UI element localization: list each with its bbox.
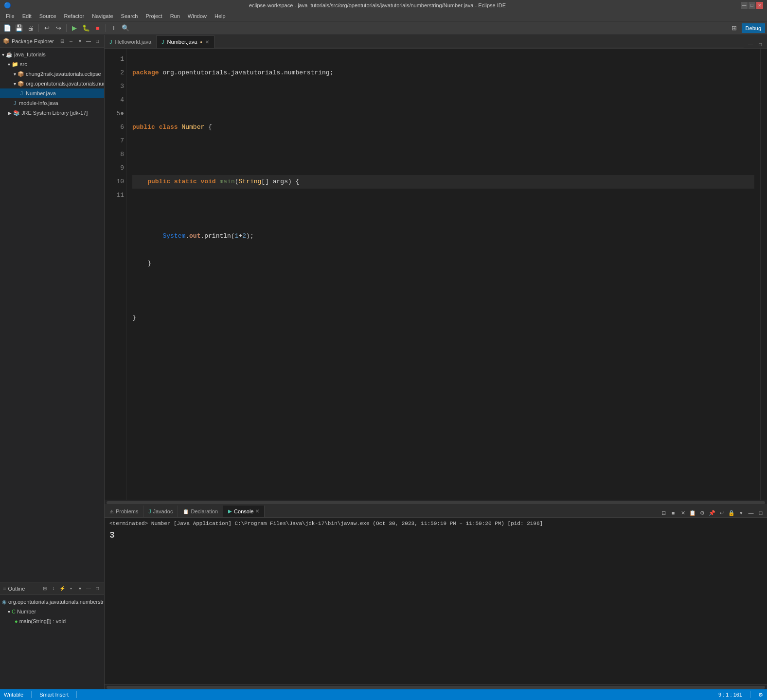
- line-num-7: 7: [108, 134, 124, 148]
- tree-item-pkg1[interactable]: ▾ 📦 chung2nsik.javatutorials.eclipse: [0, 69, 104, 79]
- declaration-icon: 📋: [183, 509, 189, 514]
- search-btn[interactable]: 🔍: [120, 23, 131, 34]
- stop-console-btn[interactable]: ■: [669, 508, 678, 517]
- collapse-all-icon[interactable]: ⊟: [58, 37, 66, 45]
- menu-help[interactable]: Help: [211, 12, 230, 20]
- pkg-outline-icon: ◉: [2, 599, 7, 605]
- tree-item-src[interactable]: ▾ 📁 src: [0, 59, 104, 69]
- expand-icon: ▶: [8, 110, 12, 116]
- menu-search[interactable]: Search: [117, 12, 142, 20]
- outline-item-package[interactable]: ◉ org.opentutorials.javatutorials.number…: [0, 597, 104, 607]
- outline-item-label: main(String[]) : void: [19, 618, 66, 624]
- undo-button[interactable]: ↩: [41, 23, 52, 34]
- tree-item-label: module-info.java: [19, 100, 58, 106]
- maximize-button[interactable]: □: [749, 2, 755, 9]
- outline-item-class[interactable]: ▾ C Number: [0, 607, 104, 616]
- console-minimize-btn[interactable]: —: [747, 508, 755, 517]
- code-line-8: }: [132, 257, 754, 270]
- tab-javadoc[interactable]: J Javadoc: [143, 506, 178, 517]
- menu-file[interactable]: File: [2, 12, 18, 20]
- scroll-track: [107, 501, 765, 504]
- minimize-button[interactable]: —: [741, 2, 748, 9]
- save-button[interactable]: 💾: [14, 23, 24, 34]
- console-menu-btn[interactable]: ▾: [737, 508, 746, 517]
- line-num-3: 3: [108, 80, 124, 93]
- outline-item-label: Number: [17, 609, 36, 614]
- scroll-lock-btn[interactable]: 🔒: [727, 508, 736, 517]
- console-pin-btn[interactable]: 📌: [708, 508, 716, 517]
- link-with-editor-icon[interactable]: ↔: [67, 37, 75, 45]
- outline-menu-btn[interactable]: ▾: [76, 585, 84, 593]
- outline-minimize-btn[interactable]: —: [85, 585, 92, 593]
- expand-class-icon: ▾: [8, 609, 10, 614]
- tree-item-number-java[interactable]: J Number.java: [0, 88, 104, 98]
- tab-number[interactable]: J Number.java ● ✕: [157, 35, 214, 48]
- stop-button[interactable]: ■: [92, 23, 103, 34]
- menu-run[interactable]: Run: [166, 12, 184, 20]
- tree-item-pkg2[interactable]: ▾ 📦 org.opentutorials.javatutorials.numb…: [0, 79, 104, 88]
- outline-header: ≡ Outline ⊟ ↕ ⚡ ▪ ▾ — □: [0, 582, 104, 595]
- tab-declaration[interactable]: 📋 Declaration: [178, 506, 223, 517]
- new-button[interactable]: 📄: [2, 23, 13, 34]
- console-terminated-msg: <terminated> Number [Java Application] C…: [109, 521, 762, 526]
- hide-fields-btn[interactable]: ▪: [67, 585, 75, 593]
- tab-console[interactable]: ▶ Console ✕: [223, 506, 265, 517]
- collapse-all-btn[interactable]: ⊟: [41, 585, 49, 593]
- word-wrap-btn[interactable]: ↵: [717, 508, 726, 517]
- close-button[interactable]: ✕: [756, 2, 763, 9]
- editor-maximize-btn[interactable]: □: [756, 40, 764, 48]
- menu-navigate[interactable]: Navigate: [88, 12, 117, 20]
- declaration-tab-label: Declaration: [191, 508, 218, 514]
- window-title: eclipse-workspace - java_tutorials/src/o…: [14, 2, 741, 8]
- package-explorer-icon: 📦: [3, 38, 10, 44]
- perspective-btn[interactable]: ⊞: [729, 23, 740, 34]
- remove-terminated-btn[interactable]: ✕: [678, 508, 687, 517]
- outline-item-method[interactable]: ● main(String[]) : void: [0, 616, 104, 626]
- menu-refactor[interactable]: Refactor: [60, 12, 89, 20]
- filter-btn[interactable]: ⚡: [58, 585, 66, 593]
- clear-console-btn[interactable]: ⊟: [659, 508, 668, 517]
- console-options-btn[interactable]: ⚙: [698, 508, 707, 517]
- code-content[interactable]: package org.opentutorials.javatutorials.…: [126, 49, 760, 500]
- expand-icon: ▾: [8, 62, 10, 67]
- method-outline-icon: ●: [15, 618, 18, 624]
- console-content[interactable]: <terminated> Number [Java Application] C…: [105, 518, 767, 684]
- minimize-panel-icon[interactable]: —: [85, 37, 92, 45]
- open-type-button[interactable]: T: [108, 23, 119, 34]
- menu-edit[interactable]: Edit: [18, 12, 36, 20]
- debug-perspective-btn[interactable]: Debug: [742, 23, 765, 33]
- tab-close-button[interactable]: ✕: [205, 39, 209, 45]
- open-console-btn[interactable]: 📋: [688, 508, 697, 517]
- sort-btn[interactable]: ↕: [50, 585, 57, 593]
- print-button[interactable]: 🖨: [25, 23, 36, 34]
- package-explorer-panel: 📦 Package Explorer ⊟ ↔ ▾ — □ ▾ ☕ java_tu…: [0, 35, 104, 582]
- code-line-5: public static void main(String[] args) {: [132, 175, 754, 189]
- menu-source[interactable]: Source: [36, 12, 60, 20]
- editor-minimize-btn[interactable]: —: [747, 40, 754, 48]
- outline-maximize-btn[interactable]: □: [93, 585, 101, 593]
- menu-window[interactable]: Window: [184, 12, 211, 20]
- editor-scrollbar[interactable]: [760, 49, 767, 500]
- view-menu-icon[interactable]: ▾: [76, 37, 84, 45]
- redo-button[interactable]: ↪: [53, 23, 64, 34]
- code-line-7: System.out.println(1+2);: [132, 229, 754, 243]
- code-h-scrollbar[interactable]: [105, 500, 767, 505]
- console-maximize-btn[interactable]: □: [756, 508, 765, 517]
- console-close-btn[interactable]: ✕: [255, 508, 259, 514]
- tree-item-module-info[interactable]: J module-info.java: [0, 98, 104, 108]
- tab-problems[interactable]: ⚠ Problems: [105, 506, 143, 517]
- console-tab-label: Console: [234, 508, 253, 514]
- editor-tab-bar: J Helloworld.java J Number.java ● ✕ — □: [105, 35, 767, 49]
- package-icon: 📦: [18, 81, 24, 87]
- run-button[interactable]: ▶: [69, 23, 80, 34]
- tree-item-java-tutorials[interactable]: ▾ ☕ java_tutorials: [0, 50, 104, 59]
- debug-button[interactable]: 🐛: [81, 23, 91, 34]
- outline-item-label: org.opentutorials.javatutorials.numberst…: [8, 599, 104, 605]
- console-h-scrollbar[interactable]: [105, 684, 767, 689]
- maximize-panel-icon[interactable]: □: [93, 37, 101, 45]
- menu-project[interactable]: Project: [142, 12, 166, 20]
- tab-helloworld[interactable]: J Helloworld.java: [105, 35, 157, 48]
- tree-item-jre[interactable]: ▶ 📚 JRE System Library [jdk-17]: [0, 108, 104, 118]
- line-num-8: 8: [108, 148, 124, 161]
- code-line-1: package org.opentutorials.javatutorials.…: [132, 66, 754, 80]
